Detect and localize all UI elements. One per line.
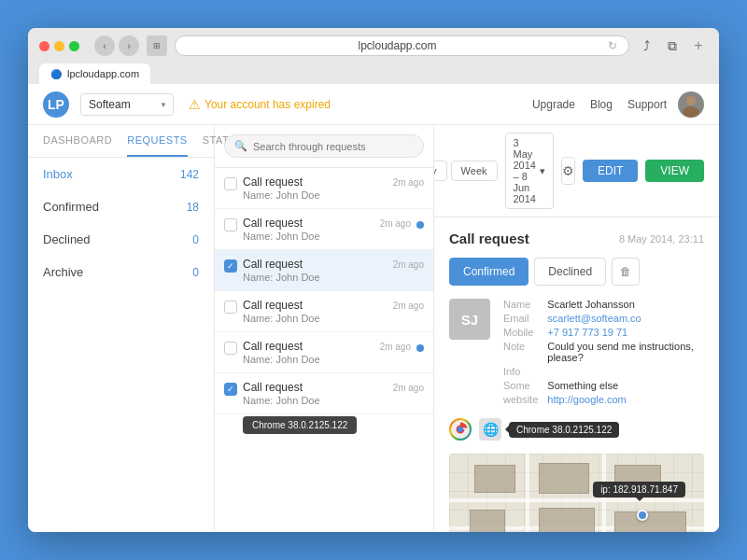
sidebar-confirmed-label: Confirmed xyxy=(43,200,99,214)
sidebar-item-inbox[interactable]: Inbox 142 xyxy=(28,158,214,190)
request-title: Call request xyxy=(243,299,303,312)
secondary-browser-icon: 🌐 xyxy=(479,418,501,441)
maximize-button[interactable] xyxy=(69,41,79,51)
mobile-value[interactable]: +7 917 773 19 71 xyxy=(547,327,704,338)
refresh-icon[interactable]: ↻ xyxy=(608,39,617,52)
request-name: Name: John Doe xyxy=(243,354,411,365)
sidebar-declined-label: Declined xyxy=(43,232,91,246)
request-list: Call request 2m ago Name: John Doe Call … xyxy=(215,168,433,532)
list-item[interactable]: Call request 2m ago Name: John Doe xyxy=(215,332,433,373)
new-tab-button[interactable]: + xyxy=(689,36,708,55)
website-label: website xyxy=(503,394,538,405)
request-checkbox[interactable] xyxy=(224,218,237,231)
list-item[interactable]: Call request 2m ago Name: John Doe xyxy=(215,250,433,291)
warning-icon: ⚠ xyxy=(189,97,201,112)
request-title: Call request xyxy=(243,340,303,353)
date-range-selector[interactable]: 3 May 2014 – 8 Jun 2014 ▾ xyxy=(505,133,554,209)
date-range-text: 3 May 2014 – 8 Jun 2014 xyxy=(514,137,536,204)
request-checkbox[interactable] xyxy=(224,259,237,273)
contact-fields: Name Scarlett Johansson Email scarlett@s… xyxy=(503,299,704,405)
chrome-icon xyxy=(449,418,472,441)
delete-button[interactable]: 🗑 xyxy=(612,258,640,286)
contact-card: SJ Name Scarlett Johansson Email scarlet… xyxy=(449,299,704,405)
list-item[interactable]: Call request 2m ago Name: John Doe xyxy=(215,168,433,209)
middle-panel: 🔍 Call request 2m ago Name: John Doe xyxy=(215,125,434,532)
request-time: 2m ago xyxy=(393,383,424,393)
request-info: Call request 2m ago Name: John Doe xyxy=(243,217,411,242)
list-item[interactable]: Call request 2m ago Name: John Doe xyxy=(215,209,433,250)
map-road xyxy=(449,498,704,502)
note-value: Could you send me instructions, please? xyxy=(547,341,704,363)
request-name: Name: John Doe xyxy=(243,395,424,406)
share-icon[interactable]: ⤴ xyxy=(637,36,655,55)
chevron-down-icon: ▾ xyxy=(540,165,545,177)
settings-button[interactable]: ⚙ xyxy=(561,157,575,185)
request-checkbox[interactable] xyxy=(224,301,237,314)
request-info: Call request 2m ago Name: John Doe xyxy=(243,175,424,201)
sidebar-confirmed-count: 18 xyxy=(187,201,199,214)
sidebar-archive-count: 0 xyxy=(192,266,199,279)
minimize-button[interactable] xyxy=(54,41,64,51)
request-detail: Call request 8 May 2014, 23:11 Confirmed… xyxy=(434,217,719,532)
ip-label: ip: xyxy=(600,484,611,495)
request-info: Call request 2m ago Name: John Doe xyxy=(243,340,411,365)
search-input[interactable] xyxy=(253,141,414,152)
request-name: Name: John Doe xyxy=(243,272,424,283)
nav-arrows: ‹ › xyxy=(94,35,139,56)
tab-view-button[interactable]: ⊞ xyxy=(147,35,167,56)
header-nav: Upgrade Blog Support xyxy=(532,98,667,111)
ip-value: 182.918.71.847 xyxy=(613,484,678,495)
copy-icon[interactable]: ⧉ xyxy=(663,36,682,55)
request-info: Call request 2m ago Name: John Doe xyxy=(243,381,424,406)
browser-icons-row: 🌐 Chrome 38.0.2125.122 xyxy=(449,418,704,441)
map-building xyxy=(470,510,505,532)
main-area: DASHBOARD REQUESTS STATS Inbox 142 Confi… xyxy=(28,125,719,532)
back-button[interactable]: ‹ xyxy=(94,35,115,56)
account-warning: ⚠ Your account has expired xyxy=(189,97,331,112)
map-area: ip: 182.918.71.847 xyxy=(449,454,704,532)
request-checkbox[interactable] xyxy=(224,342,237,355)
user-avatar[interactable] xyxy=(678,91,704,118)
address-bar[interactable]: lpcloudapp.com ↻ xyxy=(175,35,629,56)
support-link[interactable]: Support xyxy=(627,98,667,111)
detail-header: Call request 8 May 2014, 23:11 xyxy=(449,231,704,246)
view-button[interactable]: VIEW xyxy=(645,160,704,182)
request-time: 2m ago xyxy=(380,218,411,229)
browser-actions: ⤴ ⧉ xyxy=(637,36,682,55)
sidebar-item-confirmed[interactable]: Confirmed 18 xyxy=(28,190,214,223)
email-value[interactable]: scarlett@softeam.co xyxy=(547,313,704,324)
tab-requests[interactable]: REQUESTS xyxy=(127,125,188,157)
tab-dashboard[interactable]: DASHBOARD xyxy=(43,125,112,157)
filter-today[interactable]: Today xyxy=(434,161,447,181)
svg-point-1 xyxy=(683,106,699,118)
close-button[interactable] xyxy=(39,41,49,51)
request-checkbox[interactable] xyxy=(224,177,237,190)
list-item[interactable]: Call request 2m ago Name: John Doe xyxy=(215,291,433,332)
detail-date: 8 May 2014, 23:11 xyxy=(619,233,704,245)
list-item[interactable]: Call request 2m ago Name: John Doe Chrom… xyxy=(215,373,433,414)
confirm-button[interactable]: Confirmed xyxy=(449,258,529,286)
request-checkbox[interactable] xyxy=(224,383,237,396)
app-content: LP Softeam ▼ ⚠ Your account has expired … xyxy=(28,84,719,532)
svg-point-3 xyxy=(458,427,463,432)
sidebar-item-archive[interactable]: Archive 0 xyxy=(28,256,214,288)
upgrade-link[interactable]: Upgrade xyxy=(532,98,575,111)
filter-week[interactable]: Week xyxy=(451,161,498,181)
team-selector[interactable]: Softeam ▼ xyxy=(80,93,174,116)
blog-link[interactable]: Blog xyxy=(590,98,613,111)
tab-pill[interactable]: 🔵 lpcloudapp.com xyxy=(39,63,150,84)
detail-actions: Confirmed Declined 🗑 xyxy=(449,258,704,286)
request-time: 2m ago xyxy=(393,301,424,311)
request-time: 2m ago xyxy=(380,342,411,352)
sidebar-item-declined[interactable]: Declined 0 xyxy=(28,223,214,256)
svg-point-0 xyxy=(686,96,696,105)
decline-button[interactable]: Declined xyxy=(534,258,606,286)
map-pin xyxy=(637,510,648,521)
edit-button[interactable]: EDIT xyxy=(583,160,638,182)
chrome-version-tooltip: Chrome 38.0.2125.122 xyxy=(243,416,357,434)
website-value[interactable]: http://google.com xyxy=(547,394,704,405)
request-time: 2m ago xyxy=(393,177,424,188)
forward-button[interactable]: › xyxy=(119,35,139,56)
sidebar-inbox-count: 142 xyxy=(180,168,199,181)
some-value: Something else xyxy=(547,380,704,391)
